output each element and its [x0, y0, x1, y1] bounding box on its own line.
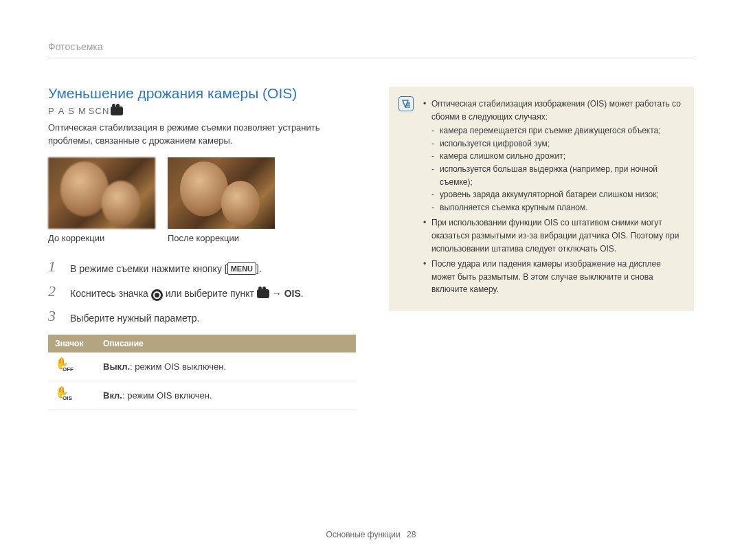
- page-footer: Основные функции 28: [0, 530, 742, 539]
- text: →: [269, 288, 284, 299]
- note-subitem: выполняется съемка крупным планом.: [431, 201, 682, 214]
- step-1-text: В режиме съемки нажмите кнопку [MENU].: [70, 258, 262, 276]
- note-box: Оптическая стабилизация изображения (OIS…: [389, 87, 694, 311]
- text: ].: [256, 263, 262, 274]
- note-subitem: используется цифровой зум;: [431, 137, 682, 150]
- step-3-text: Выберите нужный параметр.: [70, 308, 199, 326]
- icon-sub: OFF: [62, 366, 74, 372]
- video-icon: [257, 289, 269, 298]
- intro-text: Оптическая стабилизация в режиме съемки …: [48, 122, 356, 148]
- page-number: 28: [407, 530, 416, 539]
- menu-button-label: MENU: [227, 262, 256, 275]
- ois-label: OIS: [284, 288, 301, 299]
- note-item: Оптическая стабилизация изображения (OIS…: [423, 98, 682, 214]
- table-header-desc: Описание: [96, 335, 356, 352]
- step-number: 3: [48, 308, 60, 324]
- example-before-caption: До коррекции: [48, 233, 155, 243]
- note-icon: [398, 96, 414, 111]
- example-after-image: [168, 157, 275, 229]
- example-after-caption: После коррекции: [168, 233, 275, 243]
- ois-off-icon: OFF: [55, 358, 70, 373]
- table-row: OIS Вкл.: режим OIS включен.: [48, 381, 356, 410]
- table-cell: Вкл.: режим OIS включен.: [96, 381, 356, 410]
- mode-scn-icon: SCN: [89, 106, 109, 116]
- example-before-image: [48, 157, 155, 229]
- text: .: [301, 288, 304, 299]
- text-bold: Вкл.: [103, 390, 122, 401]
- text: Оптическая стабилизация изображения (OIS…: [431, 99, 681, 122]
- camera-icon: [151, 289, 163, 301]
- text: : режим OIS включен.: [122, 390, 212, 401]
- table-cell: Выкл.: режим OIS выключен.: [96, 352, 356, 381]
- mode-s-icon: S: [68, 106, 77, 116]
- section-title: Уменьшение дрожания камеры (OIS): [48, 85, 356, 102]
- note-subitem: камера перемещается при съемке движущего…: [431, 124, 682, 137]
- step-number: 1: [48, 258, 60, 275]
- mode-p-icon: P: [48, 106, 57, 116]
- mode-video-icon: [111, 107, 123, 115]
- steps-list: 1 В режиме съемки нажмите кнопку [MENU].…: [48, 258, 356, 326]
- note-subitem: используется большая выдержка (например,…: [431, 163, 682, 188]
- icon-sub: OIS: [62, 395, 73, 401]
- mode-m-icon: M: [78, 106, 89, 116]
- mode-a-icon: A: [58, 106, 67, 116]
- note-subitem: камера слишком сильно дрожит;: [431, 150, 682, 163]
- step-2-text: Коснитесь значка или выберите пункт → OI…: [70, 283, 304, 301]
- ois-on-icon: OIS: [55, 387, 70, 402]
- table-header-icon: Значок: [48, 335, 96, 352]
- note-subitem: уровень заряда аккумуляторной батареи сл…: [431, 188, 682, 201]
- text: Коснитесь значка: [70, 288, 151, 299]
- text: : режим OIS выключен.: [130, 361, 226, 372]
- breadcrumb: Фотосъемка: [48, 41, 103, 52]
- note-item: После удара или падения камеры изображен…: [423, 258, 682, 296]
- text: или выберите пункт: [163, 288, 257, 299]
- table-row: OFF Выкл.: режим OIS выключен.: [48, 352, 356, 381]
- mode-icons-row: P A S M SCN: [48, 106, 356, 116]
- divider: [48, 58, 694, 58]
- text-bold: Выкл.: [103, 361, 130, 372]
- example-images: До коррекции После коррекции: [48, 157, 356, 243]
- options-table: Значок Описание OFF Выкл.: режим OIS вык…: [48, 335, 356, 410]
- footer-label: Основные функции: [326, 530, 401, 539]
- text: В режиме съемки нажмите кнопку [: [70, 263, 227, 274]
- note-item: При использовании функции OIS со штативо…: [423, 216, 682, 255]
- step-number: 2: [48, 283, 60, 300]
